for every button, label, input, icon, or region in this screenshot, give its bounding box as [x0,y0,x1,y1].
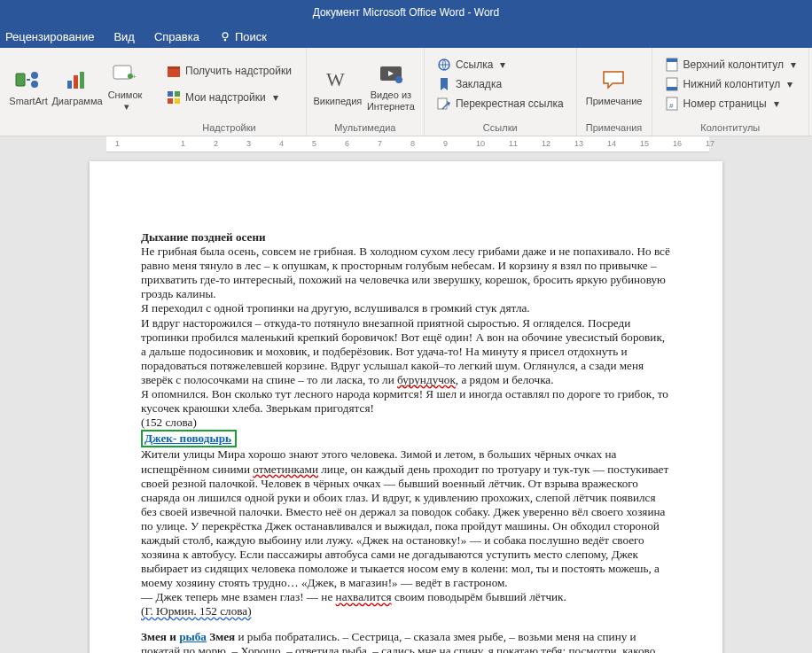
smartart-icon [14,66,43,94]
tab-help[interactable]: Справка [154,30,199,43]
page-number-button[interactable]: # Номер страницы ▾ [661,95,783,113]
svg-rect-5 [74,75,78,89]
hyperlink[interactable]: Джек- поводырь [144,431,231,445]
tell-me-search[interactable]: Поиск [219,30,267,43]
spelling-error[interactable]: бурундучок [397,373,456,386]
svg-point-0 [223,33,228,38]
screenshot-icon: + [111,59,139,88]
document-body[interactable]: Дыхание поздней осени Не грибная была ос… [141,230,671,653]
media-group-label: Мультимедиа [307,120,424,136]
chart-button[interactable]: Диаграмма [51,64,103,109]
tab-review[interactable]: Рецензирование [5,30,94,43]
get-addins-button[interactable]: Получить надстройки [163,62,295,80]
paragraph: — Джек теперь мне взамен глаз! — не нахв… [141,590,671,604]
author-line: (Г. Юрмин. 152 слова) [141,604,671,618]
document-page[interactable]: Дыхание поздней осени Не грибная была ос… [90,161,722,653]
footer-icon [665,77,679,91]
paragraph: Не грибная была осень, совсем не грибная… [141,245,671,301]
paragraph: Змея и рыба Змея и рыба побратались. – С… [141,630,671,653]
ruler-tick: 6 [345,139,349,148]
search-label: Поиск [235,30,267,43]
online-video-button[interactable]: Видео из Интернета [363,58,418,113]
chevron-down-icon: ▾ [787,78,792,90]
ruler-tick: 9 [443,139,448,148]
comment-icon [600,66,629,94]
cross-reference-button[interactable]: Перекрестная ссылка [433,95,567,113]
link-icon [437,58,451,72]
spelling-error[interactable]: нахвалится [336,590,392,603]
addins-group: Получить надстройки Мои надстройки ▾ Над… [152,48,307,136]
header-button[interactable]: Верхний колонтитул ▾ [661,56,800,74]
svg-text:W: W [326,68,345,90]
svg-rect-14 [168,98,173,104]
my-addins-button[interactable]: Мои надстройки ▾ [163,89,282,106]
crossref-icon [437,97,451,111]
svg-rect-4 [67,81,72,89]
chart-icon [63,66,91,94]
ruler-tick: 3 [246,139,251,148]
svg-rect-26 [667,87,677,90]
svg-rect-21 [438,98,447,109]
ruler-tick: 13 [574,139,583,148]
svg-point-19 [395,76,402,83]
wikipedia-button[interactable]: W Википедия [312,64,363,109]
ruler-tick: 17 [706,139,714,148]
svg-rect-1 [16,74,25,86]
links-group: Ссылка ▾ Закладка Перекрестная ссылка Сс… [425,48,577,136]
screenshot-button[interactable]: + Снимок ▾ [103,58,147,113]
addins-group-label: Надстройки [152,120,306,136]
lightbulb-icon [219,30,231,43]
spelling-error[interactable]: отметинками [253,463,318,476]
tab-view[interactable]: Вид [113,30,135,43]
chevron-down-icon: ▾ [791,58,796,71]
bookmark-icon [437,77,451,91]
ruler-tick: 16 [673,139,682,148]
comment-button[interactable]: Примечание [582,64,646,109]
ruler-tick: 1 [181,139,185,148]
bookmark-button[interactable]: Закладка [433,75,505,93]
svg-rect-10 [168,68,180,77]
svg-rect-15 [175,98,180,104]
ruler-tick: 4 [279,139,284,148]
ruler-tick: 10 [476,139,485,148]
ruler-tick: 5 [312,139,316,148]
ribbon-tabs: Рецензирование Вид Справка Поиск [0,25,812,48]
footer-button[interactable]: Нижний колонтитул ▾ [661,75,797,93]
chevron-down-icon: ▾ [774,97,779,110]
ruler-tick: 12 [542,139,550,148]
paragraph: Я переходил с одной тропинки на другую, … [141,301,671,315]
hyperlink-button[interactable]: Ссылка ▾ [433,56,509,74]
pagenum-icon: # [665,97,679,111]
svg-rect-24 [667,58,677,62]
ruler-tick: 2 [214,139,218,148]
paragraph: Я опомнился. Вон сколько тут лесного нар… [141,387,671,416]
svg-rect-13 [175,91,180,97]
svg-rect-12 [168,91,173,97]
svg-rect-11 [168,66,180,69]
title-bar: Документ Microsoft Office Word - Word [0,0,812,25]
hyperlink[interactable]: рыба [179,630,207,643]
media-group: W Википедия Видео из Интернета Мультимед… [307,48,425,136]
headers-group: Верхний колонтитул ▾ Нижний колонтитул ▾… [652,48,809,136]
paragraph: Жители улицы Мира хорошо знают этого чел… [141,447,671,590]
ruler-tick: 8 [410,139,415,148]
comments-group-label: Примечания [577,120,652,136]
smartart-button[interactable]: SmartArt [5,64,51,109]
chevron-down-icon: ▾ [124,101,129,113]
svg-point-2 [31,72,38,79]
wikipedia-icon: W [324,66,352,94]
ruler-tick: 15 [640,139,649,148]
ruler-tick: 11 [509,139,518,148]
document-area: /* ruler ticks rendered below via JS */ … [0,136,812,653]
video-icon [377,59,405,88]
horizontal-ruler[interactable]: /* ruler ticks rendered below via JS */ … [106,136,709,152]
addins-icon [167,90,181,105]
ribbon: SmartArt Диаграмма + Снимок ▾ [0,48,812,136]
paragraph: И вдруг насторожился – откуда-то потянул… [141,316,671,387]
heading-1: Дыхание поздней осени [141,230,266,244]
illustrations-partial: SmartArt Диаграмма + Снимок ▾ [0,48,152,136]
window-title: Документ Microsoft Office Word - Word [313,6,500,19]
svg-text:+: + [132,73,137,81]
svg-point-3 [31,81,38,88]
word-count: (152 слова) [141,416,671,430]
